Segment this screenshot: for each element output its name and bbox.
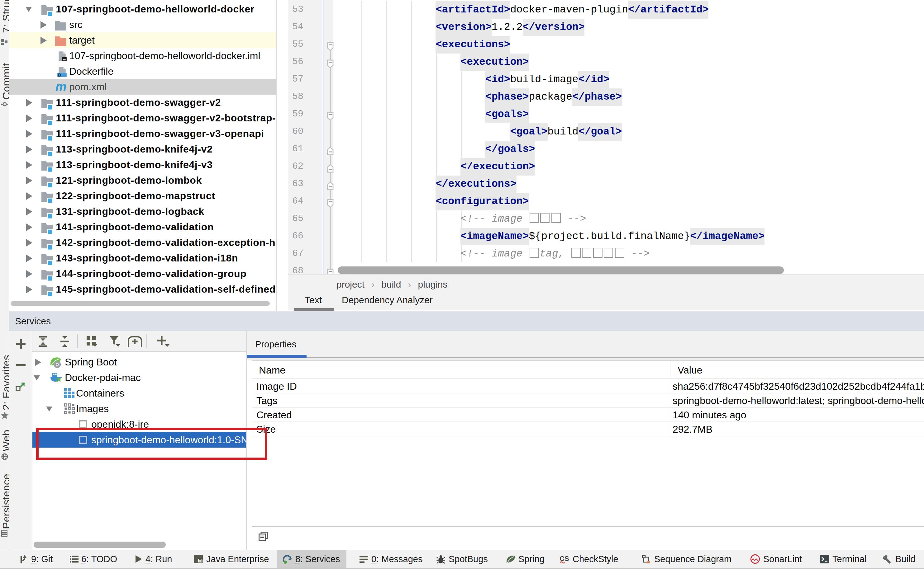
svg-text:CS: CS [560, 554, 569, 562]
svg-text:EE: EE [198, 558, 203, 563]
svg-text:D: D [58, 72, 61, 77]
